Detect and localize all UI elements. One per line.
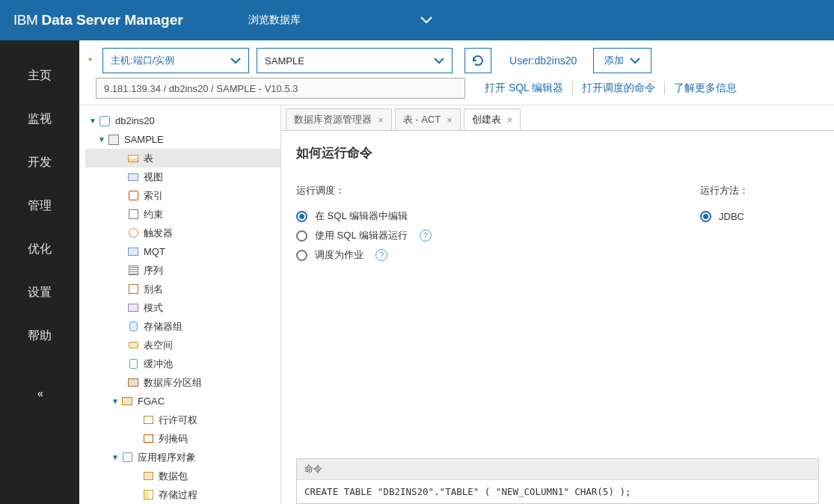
connection-path-text: 9.181.139.34 / db2ins20 / SAMPLE - V10.5… (104, 83, 298, 94)
right-pane: * 主机:端口/实例 SAMPLE User:db2ins20 (79, 40, 834, 504)
radio-icon (700, 211, 711, 222)
refresh-button[interactable] (464, 48, 491, 73)
column-mask-icon (142, 433, 154, 445)
radio-run-with-sql[interactable]: 使用 SQL 编辑器运行 ? (296, 227, 700, 244)
tree-item-packages[interactable]: 数据包 (85, 467, 280, 485)
learn-more-link[interactable]: 了解更多信息 (665, 82, 746, 95)
refresh-icon (470, 53, 485, 68)
tree-item-storage-groups[interactable]: 存储器组 (85, 317, 280, 336)
nav-develop[interactable]: 开发 (28, 141, 52, 184)
chevron-down-icon (434, 58, 444, 64)
database-select-value: SAMPLE (265, 55, 304, 67)
view-icon (127, 171, 139, 183)
radio-edit-in-sql[interactable]: 在 SQL 编辑器中编辑 (296, 208, 700, 224)
row-permission-icon (142, 414, 154, 426)
tree-fgac-node[interactable]: ▼ FGAC (85, 392, 280, 411)
run-schedule-label: 运行调度： (296, 184, 700, 197)
panel-title: 如何运行命令 (296, 144, 819, 162)
tree-item-views[interactable]: 视图 (85, 168, 280, 186)
close-icon[interactable]: × (507, 114, 513, 126)
add-button-label: 添加 (604, 54, 624, 67)
toolbar-row-2: 9.181.139.34 / db2ins20 / SAMPLE - V10.5… (79, 78, 834, 105)
tree-item-tables[interactable]: 表 (85, 149, 280, 168)
tree-item-tablespaces[interactable]: 表空间 (85, 336, 280, 354)
chevron-down-icon (230, 58, 241, 64)
tree-item-sequences[interactable]: 序列 (85, 261, 280, 280)
stored-proc-icon (142, 489, 154, 501)
content-area: ▼ db2ins20 ▼ SAMPLE 表 视图 索引 约束 触发器 MQT 序… (79, 105, 834, 504)
tree-item-row-permissions[interactable]: 行许可权 (85, 411, 280, 429)
chevron-down-icon (630, 58, 640, 64)
help-icon[interactable]: ? (375, 249, 387, 261)
nav-settings[interactable]: 设置 (28, 271, 52, 314)
add-button[interactable]: 添加 (593, 48, 651, 73)
brand: IBM Data Server Manager (0, 12, 230, 28)
tablespace-icon (127, 339, 139, 351)
top-menu-label: 浏览数据库 (248, 13, 301, 27)
top-bar: IBM Data Server Manager 浏览数据库 (0, 0, 834, 40)
command-box: 命令 CREATE TABLE "DB2INS20"."TABLE" ( "NE… (296, 458, 819, 504)
tab-table-act[interactable]: 表 - ACT × (395, 108, 461, 130)
tree-item-schemas[interactable]: 模式 (85, 298, 280, 317)
host-port-label: 主机:端口/实例 (111, 54, 174, 67)
sequence-icon (127, 265, 139, 277)
index-icon (127, 190, 139, 202)
radio-jdbc[interactable]: JDBC (700, 208, 749, 224)
close-icon[interactable]: × (447, 114, 453, 126)
user-label: User:db2ins20 (509, 55, 577, 67)
tree-item-triggers[interactable]: 触发器 (85, 224, 280, 242)
expand-icon[interactable]: ▼ (97, 135, 106, 144)
run-method-label: 运行方法： (700, 184, 749, 197)
expand-icon[interactable]: ▼ (111, 453, 120, 461)
schemas-icon (127, 302, 139, 314)
tree-item-column-masks[interactable]: 列掩码 (85, 429, 280, 448)
tab-strip: 数据库资源管理器 × 表 - ACT × 创建表 × (281, 105, 834, 131)
object-tree[interactable]: ▼ db2ins20 ▼ SAMPLE 表 视图 索引 约束 触发器 MQT 序… (79, 105, 281, 504)
radio-schedule-job[interactable]: 调度为作业 ? (296, 247, 700, 263)
run-schedule-column: 运行调度： 在 SQL 编辑器中编辑 使用 SQL 编辑器运行 ? (296, 184, 700, 263)
tree-item-aliases[interactable]: 别名 (85, 280, 280, 298)
tree-schema-node[interactable]: ▼ SAMPLE (85, 130, 280, 149)
database-select[interactable]: SAMPLE (257, 48, 453, 73)
fgac-icon (121, 396, 133, 408)
tree-item-partition-groups[interactable]: 数据库分区组 (85, 373, 280, 392)
expand-icon[interactable]: ▼ (111, 397, 120, 405)
storage-icon (127, 321, 139, 333)
run-method-column: 运行方法： JDBC (700, 184, 749, 263)
chevron-down-icon (420, 14, 432, 26)
brand-ibm: IBM (13, 12, 37, 28)
tree-schema-label: SAMPLE (124, 134, 164, 145)
tree-app-objects-node[interactable]: ▼ 应用程序对象 (85, 448, 280, 467)
open-scheduled-cmd-link[interactable]: 打开调度的命令 (573, 82, 665, 95)
nav-help[interactable]: 帮助 (28, 314, 52, 357)
tree-item-stored-procs[interactable]: 存储过程 (85, 485, 280, 504)
collapse-nav-button[interactable]: « (37, 387, 42, 399)
database-icon (99, 115, 111, 127)
constraint-icon (127, 209, 139, 221)
tree-item-mqt[interactable]: MQT (85, 242, 280, 261)
close-icon[interactable]: × (378, 114, 384, 126)
tree-item-bufferpools[interactable]: 缓冲池 (85, 354, 280, 373)
help-icon[interactable]: ? (420, 230, 432, 242)
package-icon (142, 470, 154, 482)
bufferpool-icon (127, 358, 139, 370)
host-port-select[interactable]: 主机:端口/实例 (102, 48, 249, 73)
tree-item-indexes[interactable]: 索引 (85, 186, 280, 205)
schema-icon (108, 134, 120, 146)
nav-manage[interactable]: 管理 (28, 184, 52, 227)
command-text[interactable]: CREATE TABLE "DB2INS20"."TABLE" ( "NEW_C… (297, 480, 818, 503)
connection-path[interactable]: 9.181.139.34 / db2ins20 / SAMPLE - V10.5… (96, 78, 465, 99)
expand-icon[interactable]: ▼ (88, 117, 97, 125)
radio-icon (296, 211, 307, 222)
nav-home[interactable]: 主页 (28, 54, 52, 97)
tree-item-constraints[interactable]: 约束 (85, 205, 280, 224)
nav-optimize[interactable]: 优化 (28, 227, 52, 271)
tree-db-node[interactable]: ▼ db2ins20 (85, 111, 280, 130)
nav-monitor[interactable]: 监视 (28, 97, 52, 141)
tab-db-explorer[interactable]: 数据库资源管理器 × (286, 108, 392, 130)
top-menu[interactable]: 浏览数据库 (230, 13, 834, 27)
open-sql-editor-link[interactable]: 打开 SQL 编辑器 (476, 82, 573, 95)
partition-icon (127, 377, 139, 389)
required-asterisk: * (88, 55, 92, 67)
tab-create-table[interactable]: 创建表 × (464, 108, 521, 130)
